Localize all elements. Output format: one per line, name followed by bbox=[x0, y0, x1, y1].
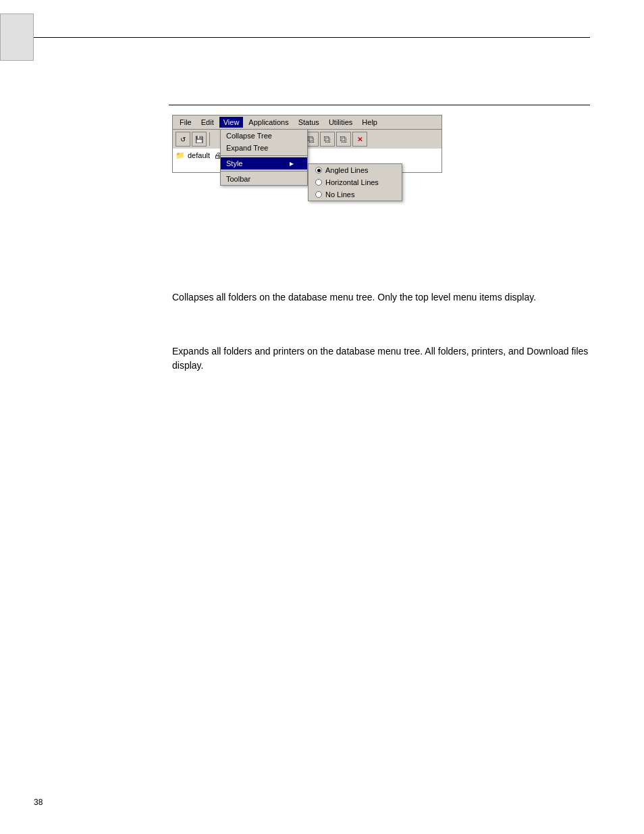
toolbar-btn-copy2[interactable]: ⿻ bbox=[320, 132, 335, 147]
dropdown-style[interactable]: Style ▶ bbox=[221, 157, 307, 170]
menu-help[interactable]: Help bbox=[358, 117, 381, 128]
radio-angled bbox=[315, 167, 322, 174]
toolbar-btn-close[interactable]: ✕ bbox=[352, 132, 367, 147]
screenshot-container: File Edit View Applications Status Utili… bbox=[172, 115, 442, 173]
menu-applications[interactable]: Applications bbox=[244, 117, 292, 128]
toolbar-separator bbox=[209, 132, 210, 146]
top-rule bbox=[34, 37, 590, 38]
dropdown-divider1 bbox=[221, 155, 307, 156]
radio-no-lines bbox=[315, 191, 322, 198]
copy2-icon: ⿻ bbox=[324, 136, 331, 143]
toolbar-btn-save[interactable]: 💾 bbox=[192, 132, 207, 147]
radio-angled-fill bbox=[317, 169, 321, 172]
dropdown-collapse-tree[interactable]: Collapse Tree bbox=[221, 130, 307, 142]
close-x-icon: ✕ bbox=[357, 136, 363, 143]
copy3-icon: ⿻ bbox=[340, 136, 347, 143]
collapse-tree-description: Collapses all folders on the database me… bbox=[172, 290, 590, 305]
style-submenu-arrow: ▶ bbox=[290, 161, 294, 167]
expand-tree-description: Expands all folders and printers on the … bbox=[172, 344, 590, 373]
menu-status[interactable]: Status bbox=[294, 117, 323, 128]
toolbar-btn-copy3[interactable]: ⿻ bbox=[336, 132, 351, 147]
toolbar-btn-refresh[interactable]: ↺ bbox=[176, 132, 190, 147]
dropdown-toolbar[interactable]: Toolbar bbox=[221, 173, 307, 185]
tree-folder-icon: 📁 bbox=[176, 151, 185, 160]
dropdown-expand-tree[interactable]: Expand Tree bbox=[221, 142, 307, 154]
second-rule bbox=[169, 105, 590, 105]
menu-edit[interactable]: Edit bbox=[197, 117, 218, 128]
radio-horizontal bbox=[315, 179, 322, 186]
style-submenu: Angled Lines Horizontal Lines No Lines bbox=[308, 163, 402, 201]
style-angled-lines[interactable]: Angled Lines bbox=[308, 164, 402, 176]
menu-file[interactable]: File bbox=[176, 117, 196, 128]
view-dropdown: Collapse Tree Expand Tree Style ▶ Toolba… bbox=[220, 129, 308, 186]
copy1-icon: ⿻ bbox=[308, 136, 315, 143]
dropdown-divider2 bbox=[221, 171, 307, 172]
page-tab bbox=[0, 14, 34, 61]
tree-item-label: default bbox=[188, 151, 210, 159]
style-no-lines[interactable]: No Lines bbox=[308, 188, 402, 201]
page-number: 38 bbox=[34, 798, 43, 807]
menu-bar: File Edit View Applications Status Utili… bbox=[173, 115, 441, 130]
menu-view[interactable]: View bbox=[219, 117, 244, 128]
menu-utilities[interactable]: Utilities bbox=[325, 117, 356, 128]
style-horizontal-lines[interactable]: Horizontal Lines bbox=[308, 176, 402, 188]
